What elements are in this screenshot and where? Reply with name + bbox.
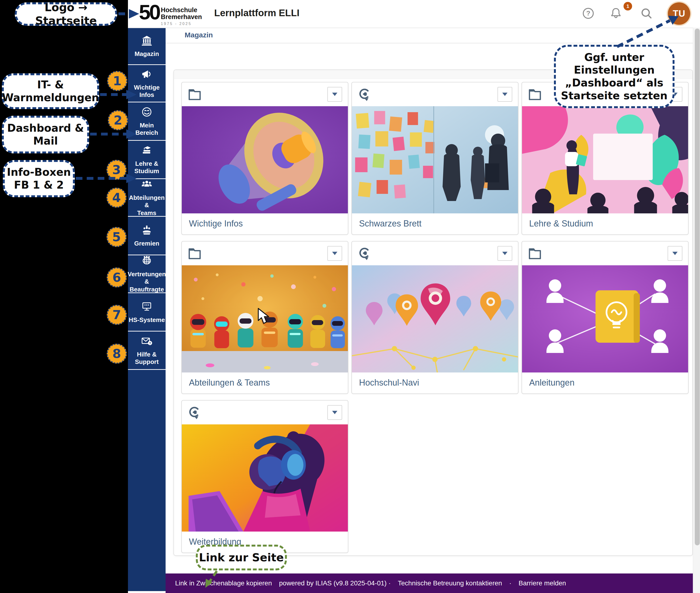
footer-copy-link[interactable]: Link in Zwischenablage kopieren [175,580,272,587]
avatar[interactable]: TU [668,2,690,25]
footer-support-link[interactable]: Technische Betreuung kontaktieren [398,580,502,587]
folder-icon [187,247,201,260]
card-title[interactable]: Abteilungen & Teams [182,372,348,393]
sidebar-item-hilfe-support[interactable]: ? Hilfe & Support [128,331,165,370]
sidebar-item-label: Magazin [135,50,159,57]
scrollbar-track[interactable] [693,28,700,593]
svg-text:?: ? [586,9,590,17]
smiley-icon [141,106,153,119]
card-actions-dropdown[interactable] [327,246,342,261]
help-icon[interactable]: ? [582,7,594,19]
card-weiterbildung[interactable]: Weiterbildung [181,400,348,553]
bank-icon [141,35,153,47]
sidebar-item-gremien[interactable]: Gremien [128,217,165,255]
chevron-down-icon [672,252,677,255]
sidebar-item-magazin[interactable]: Magazin [128,28,165,65]
card-image-headphones-person[interactable] [182,424,348,531]
card-actions-dropdown[interactable] [498,87,512,102]
globe-people-icon [141,255,153,268]
step-circle-8: 8 [107,344,127,364]
card-actions-dropdown[interactable] [327,405,342,420]
chevron-down-icon [502,252,508,255]
breadcrumb-item-magazin[interactable]: Magazin [185,28,213,43]
sidebar-item-abteilungen-teams[interactable]: Abteilungen & Teams [128,179,165,217]
card-wichtige-infos[interactable]: Wichtige Infos [181,82,348,235]
sidebar-item-vertretungen[interactable]: Vertretungen & Beauftragte [128,255,165,293]
sidebar-item-mein-bereich[interactable]: Mein Bereich [128,103,165,141]
reference-link-icon [358,247,371,260]
mail-question-icon: ? [141,335,153,348]
callout-line: Mail [33,134,58,148]
card-abteilungen-teams[interactable]: Abteilungen & Teams [181,241,348,394]
card-actions-dropdown[interactable] [668,246,683,261]
callout-settings-dashboard: Ggf. unter Einstellungen „Dashboard“ als… [554,45,674,108]
sidebar-item-label: Wichtige Infos [128,84,165,98]
sidebar-item-label: HS-Systeme [128,316,165,324]
card-title[interactable]: Anleitungen [522,372,688,393]
callout-dashboard-mail: Dashboard & Mail [2,116,89,153]
footer-report-link[interactable]: Barriere melden [518,580,566,587]
callout-line: FB 1 & 2 [14,179,64,192]
people-group-icon [141,179,153,191]
search-icon[interactable] [640,7,653,19]
reference-link-icon [187,406,201,419]
callout-line: Ggf. unter [584,51,644,64]
step-circle-2: 2 [108,110,128,130]
card-image-sticky-notes[interactable] [352,106,518,213]
card-image-lightbulb-network[interactable] [522,265,688,372]
sidebar-item-label2: Teams [137,209,156,217]
step-circle-5: 5 [107,227,126,247]
reference-link-icon [358,88,371,101]
card-hochschul-navi[interactable]: Hochschul-Navi [352,241,518,394]
sidebar-item-lehre-studium[interactable]: Lehre & Studium [128,141,165,179]
notifications-bell-icon[interactable] [610,7,622,19]
logo-years: 1975 - 2025 [161,22,202,26]
card-title[interactable]: Hochschul-Navi [352,372,518,393]
card-actions-dropdown[interactable] [498,246,512,261]
header-bar: 50 Hochschule Bremerhaven 1975 - 2025 Le… [128,0,700,28]
step-circle-7: 7 [107,305,127,325]
card-title[interactable]: Lehre & Studium [522,213,688,234]
callout-line: Startseite setzten [561,89,667,102]
card-anleitungen[interactable]: Anleitungen [521,241,689,394]
chevron-down-icon [332,93,337,96]
sidebar-item-label: Hilfe & Support [128,351,165,365]
notification-count-badge: 1 [624,2,632,10]
logo-50: 50 [139,2,159,22]
callout-line: „Dashboard“ als [565,76,663,89]
chevron-down-icon [502,93,508,96]
step-circle-4: 4 [107,188,126,208]
footer-powered-by[interactable]: powered by ILIAS (v9.8 2025-04-01) · [279,580,391,587]
main-sidebar: Magazin Wichtige Infos Mein Bereich Lehr… [128,28,165,591]
card-schwarzes-brett[interactable]: Schwarzes Brett [352,82,518,235]
card-grid: Wichtige Infos [181,82,688,553]
university-logo[interactable]: 50 Hochschule Bremerhaven 1975 - 2025 [139,2,202,26]
card-actions-dropdown[interactable] [327,87,342,102]
folder-icon [528,247,542,260]
sidebar-item-label: Abteilungen & [128,194,165,209]
megaphone-icon [141,68,153,81]
callout-line: IT- & [37,78,64,91]
card-image-megaphone[interactable] [182,106,348,213]
scrollbar-thumb[interactable] [695,29,700,545]
card-image-presentation[interactable] [522,106,688,213]
sidebar-item-wichtige-infos[interactable]: Wichtige Infos [128,65,165,103]
sidebar-item-hs-systeme[interactable]: HS-Systeme [128,293,165,331]
monitor-password-icon [141,301,153,313]
card-image-robots[interactable] [182,265,348,372]
card-image-map-pins[interactable] [352,265,518,372]
callout-line: Warnmeldungen [2,91,99,104]
committee-icon [141,224,153,237]
svg-text:?: ? [149,342,151,345]
step-circle-3: 3 [107,160,126,180]
sidebar-item-label: Vertretungen & [128,271,166,285]
content-panel: Wichtige Infos [174,70,693,556]
card-title[interactable]: Schwarzes Brett [352,213,518,234]
chevron-down-icon [332,411,337,414]
logo-name-line1: Hochschule [161,7,202,13]
step-circle-6: 6 [107,268,127,287]
card-title[interactable]: Wichtige Infos [182,213,348,234]
callout-text: Logo → Startseite [17,1,115,27]
chevron-down-icon [332,252,337,255]
logo-name-line2: Bremerhaven [161,13,202,21]
